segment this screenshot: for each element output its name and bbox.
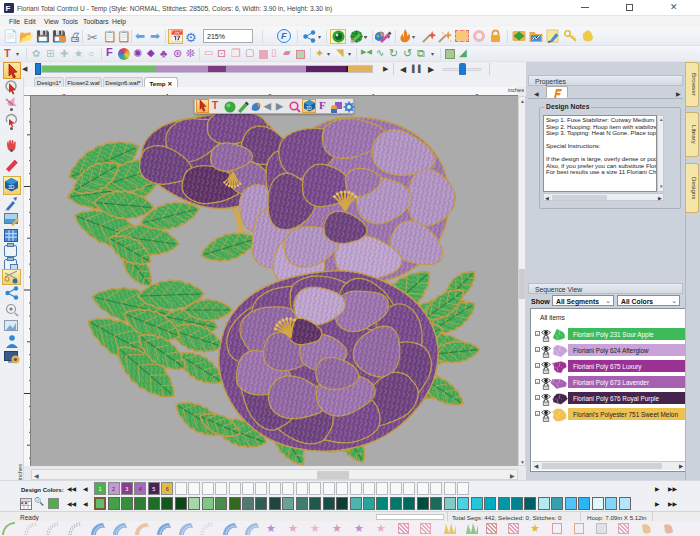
- svg-text:3D: 3D: [306, 106, 313, 111]
- svg-text:3D: 3D: [8, 184, 15, 190]
